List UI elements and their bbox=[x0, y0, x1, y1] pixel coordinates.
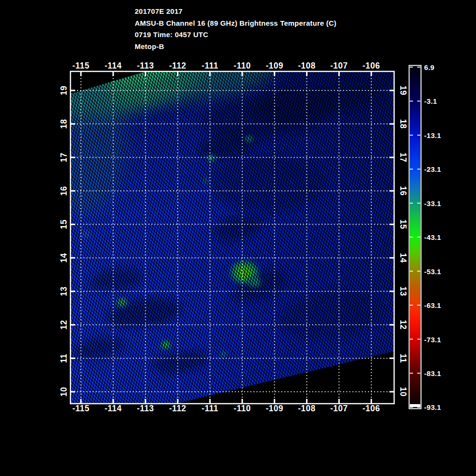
lon-tick-label-top: -115 bbox=[72, 61, 89, 70]
lat-tick-label-left: 13 bbox=[59, 287, 69, 296]
lon-tick-label-bottom: -113 bbox=[137, 404, 154, 413]
colorbar-tick-label: -73.1 bbox=[424, 336, 441, 344]
latitude-labels-left: 19181716151413121110 bbox=[59, 86, 69, 397]
lon-tick-label-bottom: -114 bbox=[105, 404, 122, 413]
lat-tick-label-left: 12 bbox=[59, 320, 69, 329]
lon-tick-label-bottom: -106 bbox=[363, 404, 380, 413]
lat-tick-label-right: 18 bbox=[398, 119, 408, 129]
map-field bbox=[9, 18, 394, 404]
lat-tick-label-left: 15 bbox=[59, 219, 69, 229]
lat-tick-label-right: 11 bbox=[398, 354, 408, 363]
colorbar-tick-label: -43.1 bbox=[424, 233, 441, 241]
lat-tick-label-left: 11 bbox=[59, 354, 69, 363]
brightness-temperature-map: -115-114-113-112-111-110-109-108-107-106… bbox=[0, 0, 476, 476]
lat-tick-label-left: 16 bbox=[59, 186, 69, 196]
lon-tick-label-top: -112 bbox=[169, 61, 186, 70]
colorbar-bottom-band bbox=[410, 404, 420, 407]
lon-tick-label-bottom: -111 bbox=[202, 404, 218, 413]
lon-tick-label-top: -114 bbox=[105, 61, 122, 70]
satellite-plot-canvas: 201707E 2017 AMSU-B Channel 16 (89 GHz) … bbox=[0, 0, 476, 476]
lon-tick-label-top: -113 bbox=[137, 61, 154, 70]
colorbar-tick-label: -3.1 bbox=[424, 97, 437, 105]
lat-tick-label-right: 19 bbox=[398, 86, 408, 95]
latitude-labels-right: 19181716151413121110 bbox=[398, 86, 408, 397]
lon-tick-label-top: -109 bbox=[266, 61, 283, 70]
colorbar-tick-label: -93.1 bbox=[424, 403, 441, 411]
longitude-labels-top: -115-114-113-112-111-110-109-108-107-106 bbox=[72, 61, 380, 70]
colorbar-tick-label: -83.1 bbox=[424, 369, 441, 377]
lat-tick-label-right: 13 bbox=[398, 287, 408, 296]
scan-dash-texture bbox=[70, 71, 394, 404]
lat-tick-label-left: 17 bbox=[59, 152, 69, 162]
lat-tick-label-left: 19 bbox=[59, 86, 69, 95]
lon-tick-label-bottom: -107 bbox=[330, 404, 348, 413]
lon-tick-label-top: -110 bbox=[234, 61, 251, 70]
colorbar-tick-label: -13.1 bbox=[424, 131, 441, 139]
lon-tick-label-bottom: -108 bbox=[298, 404, 316, 413]
colorbar-tick-label: 6.9 bbox=[424, 63, 435, 71]
lat-tick-label-right: 14 bbox=[398, 253, 408, 262]
lon-tick-label-top: -107 bbox=[330, 61, 348, 70]
colorbar-tick-label: -63.1 bbox=[424, 301, 441, 309]
colorbar-tick-label: -33.1 bbox=[424, 199, 441, 208]
lon-tick-label-bottom: -115 bbox=[72, 404, 89, 413]
lat-tick-label-right: 12 bbox=[398, 320, 408, 329]
lat-tick-label-right: 15 bbox=[398, 219, 408, 229]
longitude-labels-bottom: -115-114-113-112-111-110-109-108-107-106 bbox=[72, 404, 380, 413]
lat-tick-label-left: 10 bbox=[59, 387, 69, 397]
lon-tick-label-top: -106 bbox=[363, 61, 380, 70]
lon-tick-label-bottom: -112 bbox=[169, 404, 186, 413]
colorbar: 6.9-3.1-13.1-23.1-33.1-43.1-53.1-63.1-73… bbox=[409, 63, 441, 411]
lat-tick-label-right: 16 bbox=[398, 186, 408, 196]
lat-tick-label-right: 17 bbox=[398, 152, 408, 162]
colorbar-tick-label: -23.1 bbox=[424, 165, 441, 173]
colorbar-labels: 6.9-3.1-13.1-23.1-33.1-43.1-53.1-63.1-73… bbox=[424, 63, 441, 411]
lon-tick-label-bottom: -110 bbox=[234, 404, 251, 413]
lat-tick-label-left: 18 bbox=[59, 119, 69, 129]
lon-tick-label-top: -108 bbox=[298, 61, 316, 70]
lon-tick-label-bottom: -109 bbox=[266, 404, 283, 413]
colorbar-tick-label: -53.1 bbox=[424, 268, 441, 276]
lon-tick-label-top: -111 bbox=[202, 61, 218, 70]
lat-tick-label-left: 14 bbox=[59, 253, 69, 262]
lat-tick-label-right: 10 bbox=[398, 387, 408, 397]
